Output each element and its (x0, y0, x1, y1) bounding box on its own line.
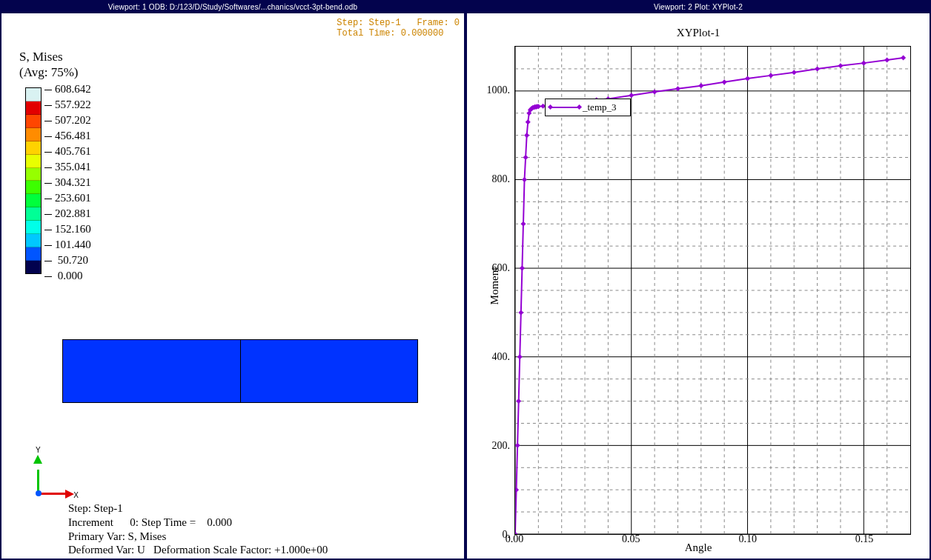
viewport-2[interactable]: Viewport: 2 Plot: XYPlot-2 XYPlot-1 Mome… (467, 1, 930, 559)
svg-rect-74 (745, 76, 750, 81)
field-output-label: S, Mises (Avg: 75%) (19, 49, 78, 81)
svg-rect-77 (815, 66, 820, 71)
legend-color-bar (25, 87, 42, 274)
legend-tick: 152.160 (44, 221, 91, 237)
svg-rect-43 (517, 354, 523, 359)
legend-tick: 0.000 (44, 268, 91, 284)
legend-tick: 50.720 (44, 253, 91, 268)
legend-tick: 202.881 (44, 206, 91, 221)
state-block: Step: Step-1 Increment 0: Step Time = 0.… (68, 501, 328, 557)
state-line1: Step: Step-1 (68, 502, 123, 514)
legend-series-label: _temp_3 (583, 101, 617, 113)
legend-line-sample (550, 107, 580, 108)
legend-tick: 507.202 (44, 113, 91, 128)
legend-tick: 557.922 (44, 97, 91, 113)
svg-rect-75 (768, 73, 773, 78)
svg-rect-41 (515, 443, 520, 448)
y-tick-label: 400. (492, 351, 511, 363)
state-line3: Primary Var: S, Mises (68, 530, 166, 542)
chart-svg (515, 47, 910, 534)
triad-y-label: Y (36, 446, 41, 454)
triad-x-label: X (73, 491, 79, 499)
y-tick-label: 1000. (487, 84, 511, 96)
legend-tick: 253.601 (44, 190, 91, 206)
svg-rect-48 (523, 155, 529, 160)
legend-tick: 456.481 (44, 128, 91, 144)
y-axis-ticks: 0.200.400.600.800.1000. (489, 46, 511, 535)
svg-rect-69 (629, 93, 634, 98)
chart-title: XYPlot-1 (467, 27, 930, 39)
contour-legend: 608.642557.922507.202456.481405.761355.0… (25, 87, 42, 274)
svg-rect-70 (652, 89, 657, 94)
viewport-1[interactable]: Viewport: 1 ODB: D:/123/D/Study/Software… (1, 1, 464, 559)
viewport-2-header: Viewport: 2 Plot: XYPlot-2 (467, 1, 930, 13)
svg-rect-73 (722, 79, 727, 84)
svg-rect-44 (518, 310, 523, 315)
x-tick-label: 0.10 (738, 533, 757, 545)
y-tick-label: 800. (492, 173, 511, 185)
svg-rect-78 (838, 63, 843, 68)
x-tick-label: 0.15 (855, 533, 874, 545)
svg-rect-46 (520, 221, 526, 227)
viewport-1-header: Viewport: 1 ODB: D:/123/D/Study/Software… (1, 1, 464, 13)
svg-rect-47 (522, 177, 527, 182)
svg-rect-80 (884, 57, 889, 62)
viewport-1-body: Step: Step-1 Frame: 0 Total Time: 0.0000… (1, 13, 464, 559)
legend-tick: 304.321 (44, 175, 91, 190)
state-line4: Deformed Var: U Deformation Scale Factor… (68, 544, 328, 556)
legend-tick: 608.642 (44, 81, 91, 97)
y-tick-label: 600. (492, 262, 511, 274)
svg-rect-45 (520, 266, 525, 271)
svg-rect-49 (524, 133, 529, 138)
legend-tick: 101.440 (44, 237, 91, 253)
svg-rect-40 (515, 487, 519, 493)
x-axis-ticks: 0.000.050.100.15 (514, 533, 911, 545)
legend-tick: 355.041 (44, 159, 91, 175)
svg-rect-71 (675, 86, 680, 91)
viewport-2-body: XYPlot-1 Moment Angle 0.200.400.600.800.… (467, 13, 930, 559)
field-avg: (Avg: 75%) (19, 64, 78, 80)
triad-x-arrowhead (65, 490, 74, 499)
step-info-line2: Total Time: 0.000000 (337, 28, 443, 39)
svg-rect-39 (515, 531, 518, 534)
step-info-line1: Step: Step-1 Frame: 0 (337, 18, 460, 28)
svg-rect-76 (792, 70, 797, 75)
x-tick-label: 0.05 (622, 533, 640, 545)
y-tick-label: 200. (492, 440, 511, 452)
svg-rect-72 (698, 83, 703, 88)
triad-z-dot (36, 490, 42, 496)
legend-tick-labels: 608.642557.922507.202456.481405.761355.0… (44, 81, 91, 284)
svg-rect-50 (526, 119, 531, 124)
svg-rect-79 (861, 61, 867, 66)
orientation-triad: Y X (27, 455, 68, 499)
svg-rect-81 (901, 55, 906, 60)
plot-area[interactable]: _temp_3 (514, 46, 911, 535)
triad-y-arrowhead (33, 455, 42, 464)
step-frame-annotation: Step: Step-1 Frame: 0 Total Time: 0.0000… (337, 18, 460, 39)
fea-model-mesh[interactable] (62, 339, 418, 403)
x-tick-label: 0.00 (506, 533, 524, 545)
state-line2: Increment 0: Step Time = 0.000 (68, 516, 232, 528)
chart-legend[interactable]: _temp_3 (545, 99, 631, 116)
svg-rect-42 (516, 399, 521, 404)
field-title: S, Mises (19, 49, 78, 64)
legend-tick: 405.761 (44, 144, 91, 159)
